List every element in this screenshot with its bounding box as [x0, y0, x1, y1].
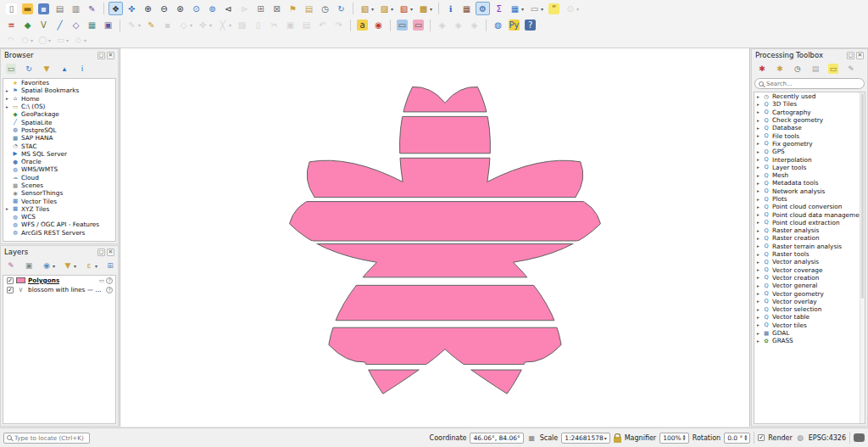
new-spatialite-layer-icon[interactable]: ╱	[53, 19, 67, 32]
toolbox-float-button[interactable]: ◻	[847, 52, 854, 59]
deselect-features-icon[interactable]: ▧▾	[397, 2, 415, 15]
expand-arrow-icon[interactable]: ▸	[757, 188, 763, 193]
browser-item-xyz-tiles[interactable]: ▸▦XYZ Tiles	[3, 205, 115, 213]
layer-row-blossom-with-lines-entities[interactable]: ✓∨blossom with lines — entities?	[3, 285, 115, 294]
toolbox-item-plots[interactable]: ▸QPlots	[754, 195, 865, 203]
toolbox-item-vector-geometry[interactable]: ▸QVector geometry	[754, 289, 865, 297]
toolbox-scrollbar[interactable]	[860, 92, 865, 423]
expand-arrow-icon[interactable]: ▸	[757, 315, 763, 320]
highlight-pinned-labels-icon[interactable]: ▭	[395, 19, 409, 32]
expand-arrow-icon[interactable]: ▸	[757, 165, 763, 170]
expand-arrow-icon[interactable]: ▸	[757, 126, 763, 131]
toolbox-item-vector-creation[interactable]: ▸QVector creation	[754, 274, 865, 282]
layer-name[interactable]: Polygons	[28, 277, 59, 284]
layer-visibility-checkbox[interactable]: ✓	[7, 277, 14, 284]
toolbox-item-mesh[interactable]: ▸QMesh	[754, 171, 865, 179]
expand-arrow-icon[interactable]: ▸	[757, 149, 763, 154]
new-spatial-bookmark-icon[interactable]: ⚑	[286, 2, 300, 15]
open-layer-styling-icon[interactable]: ✎	[4, 259, 18, 272]
toolbox-search[interactable]	[754, 78, 865, 89]
manage-map-themes-icon[interactable]: ◉▾	[40, 259, 57, 272]
browser-item-ms-sql-server[interactable]: ▶MS SQL Server	[3, 150, 115, 158]
expand-arrow-icon[interactable]: ▸	[6, 96, 12, 101]
history-icon[interactable]: ◷	[791, 62, 804, 75]
toolbox-item-raster-terrain-analysis[interactable]: ▸QRaster terrain analysis	[754, 243, 865, 250]
field-calculator-icon[interactable]: ▦	[459, 2, 474, 15]
results-viewer-icon[interactable]: ▤	[809, 62, 822, 75]
refresh-browser-icon[interactable]: ↻	[22, 62, 36, 75]
show-hidden-labels-icon[interactable]: ▭	[411, 19, 426, 32]
browser-item-favorites[interactable]: ★Favorites	[3, 79, 115, 87]
browser-item-wms-wmts[interactable]: ◍WMS/WMTS	[3, 165, 115, 173]
toolbox-item-point-cloud-extraction[interactable]: ▸QPoint cloud extraction	[754, 219, 865, 226]
toolbox-item-recently-used[interactable]: ▸◷Recently used	[754, 92, 865, 100]
expand-arrow-icon[interactable]: ▸	[757, 322, 763, 327]
browser-item-stac[interactable]: ◔STAC	[3, 142, 115, 149]
expand-arrow-icon[interactable]: ▸	[757, 243, 763, 249]
toolbox-item-metadata-tools[interactable]: ▸QMetadata tools	[754, 179, 865, 187]
crs-icon[interactable]: ◍	[796, 433, 805, 443]
collapse-all-icon[interactable]: ▴	[58, 62, 71, 75]
toolbox-item-network-analysis[interactable]: ▸QNetwork analysis	[754, 187, 865, 195]
project-save-icon[interactable]: ▪	[36, 2, 51, 15]
browser-item-wcs[interactable]: ◍WCS	[3, 213, 115, 221]
toggle-editing-icon[interactable]: ✎	[144, 19, 159, 32]
zoom-last-icon[interactable]: ⊲	[221, 2, 236, 15]
scrollbar-thumb[interactable]	[861, 93, 864, 299]
locator-input[interactable]	[14, 434, 86, 442]
expand-arrow-icon[interactable]: ▸	[757, 109, 763, 115]
browser-item-vector-tiles[interactable]: ▦Vector Tiles	[3, 197, 115, 204]
layer-diagram-icon[interactable]: ◉	[371, 19, 386, 32]
toolbox-item-vector-coverage[interactable]: ▸QVector coverage	[754, 266, 865, 274]
options-icon[interactable]: ✎	[844, 62, 858, 75]
lock-scale-icon[interactable]	[614, 437, 621, 443]
expand-arrow-icon[interactable]: ▸	[757, 236, 763, 241]
toolbox-item-check-geometry[interactable]: ▸QCheck geometry	[754, 116, 865, 124]
layers-float-button[interactable]: ◻	[97, 249, 105, 256]
browser-item-geopackage[interactable]: ◆GeoPackage	[3, 110, 115, 118]
pan-map-icon[interactable]: ❖	[108, 2, 123, 15]
scripts-icon[interactable]: ✱	[773, 62, 787, 75]
expand-arrow-icon[interactable]: ▸	[757, 338, 763, 344]
filter-by-expression-icon[interactable]: ε▾	[82, 259, 99, 272]
select-features-by-value-icon[interactable]: ▨▾	[377, 2, 395, 15]
scale-combobox[interactable]: 1:24681578 ▾	[561, 433, 610, 444]
layer-row-polygons[interactable]: ✓Polygons▭?	[3, 276, 115, 285]
zoom-out-icon[interactable]: ⊖	[157, 2, 171, 15]
map-canvas[interactable]	[120, 48, 750, 427]
metasearch-icon[interactable]: ◍	[491, 19, 505, 32]
expand-arrow-icon[interactable]: ▸	[757, 133, 763, 138]
toolbox-item-cartography[interactable]: ▸QCartography	[754, 109, 865, 116]
statistical-summary-icon[interactable]: Σ	[492, 2, 506, 15]
expand-arrow-icon[interactable]: ▸	[6, 88, 12, 93]
browser-item-spatial-bookmarks[interactable]: ▸⚑Spatial Bookmarks	[3, 87, 115, 94]
toolbox-item-vector-tiles[interactable]: ▸QVector tiles	[754, 321, 865, 329]
expand-all-icon[interactable]: ⊞	[103, 259, 117, 272]
filter-browser-icon[interactable]: ▼	[40, 62, 53, 75]
expand-arrow-icon[interactable]: ▸	[757, 307, 763, 312]
toolbox-item-fix-geometry[interactable]: ▸QFix geometry	[754, 140, 865, 148]
browser-item-sap-hana[interactable]: ▦SAP HANA	[3, 134, 115, 142]
expand-arrow-icon[interactable]: ▸	[757, 291, 763, 296]
toolbox-item-vector-analysis[interactable]: ▸QVector analysis	[754, 258, 865, 265]
browser-close-button[interactable]: ✕	[107, 52, 114, 59]
layers-close-button[interactable]: ✕	[107, 249, 114, 256]
expand-arrow-icon[interactable]: ▸	[757, 267, 763, 272]
magnifier-spin-buttons[interactable]: ▲▼	[683, 434, 686, 441]
browser-float-button[interactable]: ◻	[97, 52, 105, 59]
toolbox-item-point-cloud-conversion[interactable]: ▸QPoint cloud conversion	[754, 203, 865, 210]
browser-item-scenes[interactable]: ▦Scenes	[3, 182, 115, 189]
messages-icon[interactable]	[854, 433, 865, 442]
scale-dropdown-icon[interactable]: ▾	[604, 435, 607, 441]
add-selected-layers-icon[interactable]: ▭	[4, 62, 18, 75]
expand-arrow-icon[interactable]: ▸	[757, 228, 763, 233]
toolbox-item-grass[interactable]: ▸✿GRASS	[754, 337, 865, 344]
toolbox-item-vector-general[interactable]: ▸QVector general	[754, 282, 865, 289]
expand-arrow-icon[interactable]: ▸	[757, 102, 763, 107]
toolbox-search-input[interactable]	[766, 81, 860, 87]
browser-item-sensorthings[interactable]: ◉SensorThings	[3, 189, 115, 197]
expand-arrow-icon[interactable]: ▸	[757, 118, 763, 123]
expand-arrow-icon[interactable]: ▸	[757, 173, 763, 178]
measure-icon[interactable]: ▭▾	[527, 2, 545, 15]
toolbox-item-interpolation[interactable]: ▸QInterpolation	[754, 155, 865, 163]
